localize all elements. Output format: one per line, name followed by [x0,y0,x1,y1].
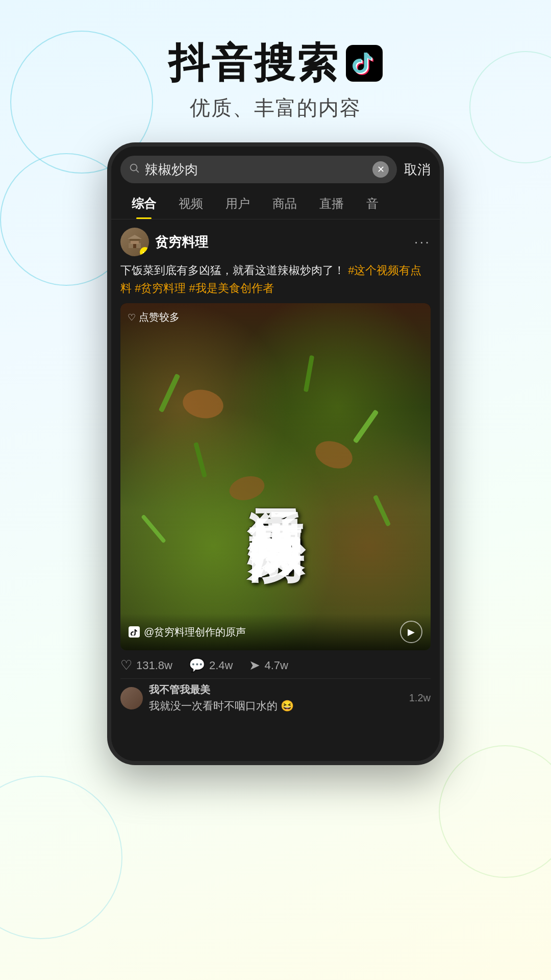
phone-container: 辣椒炒肉 ✕ 取消 综合 视频 用户 商品 直播 音 [0,142,551,765]
comments-stat[interactable]: 💬 2.4w [189,657,233,673]
likes-count: 131.8w [136,659,172,672]
video-bottom-bar: @贫穷料理创作的原声 ▶ [120,614,431,650]
tiktok-logo-icon [346,45,383,82]
commenter-name: 我不管我最美 [149,683,403,697]
phone-mockup: 辣椒炒肉 ✕ 取消 综合 视频 用户 商品 直播 音 [107,142,444,765]
bg-circle-bl [0,776,122,939]
stats-row: ♡ 131.8w 💬 2.4w ➤ 4.7w [120,650,431,678]
likes-stat[interactable]: ♡ 131.8w [120,657,172,673]
author-info: 贫穷料理 [120,228,208,256]
search-icon [129,162,140,177]
subtitle-text: 优质、丰富的内容 [0,94,551,122]
shares-count: 4.7w [264,659,288,672]
content-area: 贫穷料理 ··· 下饭菜到底有多凶猛，就看这道辣椒炒肉了！ #这个视频有点料 #… [111,219,440,761]
tabs-area: 综合 视频 用户 商品 直播 音 [111,188,440,219]
audio-info: @贫穷料理创作的原声 [129,625,246,639]
search-query: 辣椒炒肉 [145,161,367,179]
main-title-text: 抖音搜索 [168,41,340,86]
heart-stat-icon: ♡ [120,657,132,673]
hashtag-2[interactable]: #贫穷料理 [135,282,186,295]
tab-product[interactable]: 商品 [261,188,308,219]
share-stat-icon: ➤ [249,657,260,673]
comments-count: 2.4w [209,659,233,672]
tab-live[interactable]: 直播 [308,188,355,219]
comment-stat-icon: 💬 [189,657,205,673]
post-header: 贫穷料理 ··· [120,228,431,256]
comment-preview: 我不管我最美 我就没一次看时不咽口水的 😆 1.2w [120,678,431,717]
main-title-area: 抖音搜索 [0,41,551,86]
verified-badge [140,247,149,256]
more-options-button[interactable]: ··· [414,234,431,250]
comment-count: 1.2w [409,692,431,704]
hashtag-3[interactable]: #我是美食创作者 [189,282,274,295]
search-bar-area: 辣椒炒肉 ✕ 取消 [111,146,440,188]
bg-circle-br [439,745,551,878]
search-input-wrap[interactable]: 辣椒炒肉 ✕ [120,156,397,183]
tab-user[interactable]: 用户 [214,188,261,219]
tab-comprehensive[interactable]: 综合 [120,188,167,219]
svg-marker-4 [128,235,142,239]
video-calligraphy: 勇猛辣椒炒肉 [247,464,304,489]
svg-rect-5 [133,244,136,248]
commenter-avatar [120,687,143,709]
avatar [120,228,149,256]
comment-text: 我就没一次看时不咽口水的 😆 [149,699,403,713]
video-thumbnail[interactable]: ♡ 点赞较多 勇猛辣椒炒肉 [120,303,431,650]
search-clear-button[interactable]: ✕ [372,161,389,178]
shares-stat[interactable]: ➤ 4.7w [249,657,288,673]
cancel-button[interactable]: 取消 [404,161,431,179]
play-button[interactable]: ▶ [400,621,422,643]
tiktok-small-icon [129,626,140,638]
audio-text: @贫穷料理创作的原声 [144,625,246,639]
svg-point-6 [141,249,148,256]
comment-content: 我不管我最美 我就没一次看时不咽口水的 😆 [149,683,403,713]
author-name: 贫穷料理 [155,233,208,251]
video-overlay-text: 勇猛辣椒炒肉 [120,303,431,650]
post-description: 下饭菜到底有多凶猛，就看这道辣椒炒肉了！ #这个视频有点料 #贫穷料理 #我是美… [120,261,431,297]
post-card: 贫穷料理 ··· 下饭菜到底有多凶猛，就看这道辣椒炒肉了！ #这个视频有点料 #… [111,219,440,723]
tab-audio[interactable]: 音 [355,188,390,219]
svg-rect-3 [130,239,140,241]
tab-video[interactable]: 视频 [167,188,214,219]
header-section: 抖音搜索 优质、丰富的内容 [0,0,551,122]
